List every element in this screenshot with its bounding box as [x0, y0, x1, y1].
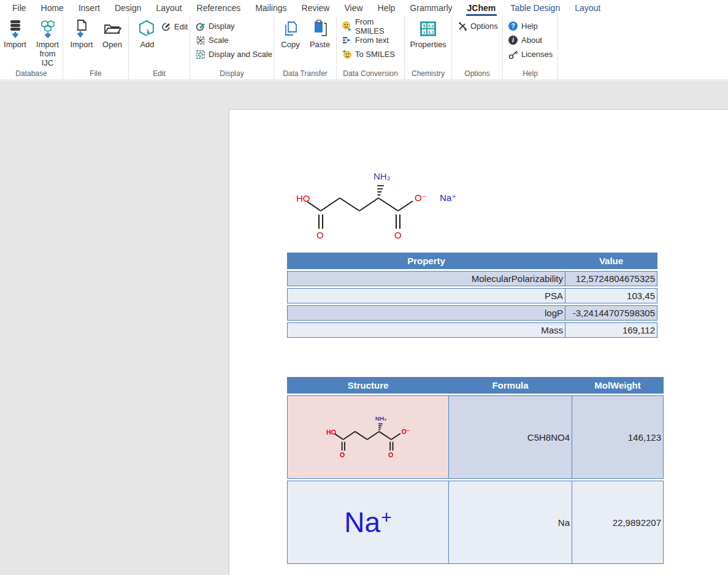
about-info-icon: i	[508, 35, 518, 45]
from-text-label: From text	[355, 36, 389, 45]
table-row[interactable]: logP -3,24144707598305	[287, 305, 657, 321]
import-from-ijc-button[interactable]: Import from IJC	[33, 20, 63, 67]
property-cell[interactable]: MolecularPolarizability	[287, 271, 565, 286]
structure-cell-sodium[interactable]: Na+	[287, 481, 449, 564]
text-lines-arrow-icon	[342, 35, 352, 45]
formula-cell[interactable]: C5H8NO4	[449, 395, 572, 479]
molweight-cell[interactable]: 146,123	[572, 395, 664, 479]
database-import-icon	[6, 20, 25, 38]
value-cell[interactable]: -3,24144707598305	[565, 305, 657, 321]
structure-table[interactable]: Structure Formula MolWeight	[287, 375, 664, 566]
group-label-options: Options	[452, 69, 502, 78]
file-import-icon	[72, 20, 91, 38]
help-button[interactable]: ? Help	[508, 21, 557, 31]
glutamate-structure-small: HO O O O⁻ NH₂	[323, 413, 413, 460]
word-window: File Home Insert Design Layout Reference…	[0, 0, 728, 575]
add-button[interactable]: Add	[134, 20, 161, 49]
ho-label-small: HO	[326, 428, 336, 435]
group-label-chemistry: Chemistry	[405, 69, 451, 78]
carboxylate-o-small: O⁻	[402, 427, 410, 435]
formula-cell[interactable]: Na	[449, 481, 572, 564]
value-cell[interactable]: 103,45	[565, 288, 657, 303]
ribbon-group-options: Options Options	[452, 16, 503, 80]
carbonyl-o-right-small: O	[388, 451, 393, 459]
tab-insert[interactable]: Insert	[71, 1, 107, 16]
edit-button[interactable]: Edit	[161, 21, 188, 32]
jchem-ribbon: Import Import from IJC Database	[0, 16, 728, 80]
arrow-smiley-icon	[342, 49, 352, 59]
copy-button[interactable]: Copy	[277, 20, 304, 49]
table-row[interactable]: HO O O O⁻ NH₂ C5H8NO4 146,123	[287, 395, 664, 479]
group-label-file: File	[63, 69, 128, 78]
display-button[interactable]: Display	[195, 21, 274, 31]
value-cell[interactable]: 12,5724804675325	[565, 271, 657, 286]
property-cell[interactable]: PSA	[287, 288, 565, 303]
table-row[interactable]: PSA 103,45	[287, 288, 657, 303]
ijc-hexagons-icon	[39, 20, 57, 38]
database-import-button[interactable]: Import	[0, 20, 30, 67]
open-button[interactable]: Open	[99, 20, 125, 49]
about-button[interactable]: i About	[508, 35, 557, 45]
properties-button[interactable]: 8 0.4 x 3.1 Properties	[408, 20, 448, 49]
tab-review[interactable]: Review	[294, 1, 337, 16]
group-label-help: Help	[503, 69, 557, 78]
to-smiles-button[interactable]: To SMILES	[342, 49, 404, 59]
tab-file[interactable]: File	[5, 1, 34, 16]
from-text-button[interactable]: From text	[342, 35, 404, 45]
tab-references[interactable]: References	[190, 1, 248, 16]
tab-table-design[interactable]: Table Design	[503, 1, 567, 16]
open-label: Open	[102, 40, 122, 49]
glutamate-sodium-structure[interactable]: HO O O O⁻ NH₂ Na⁺	[283, 166, 467, 246]
scale-label: Scale	[209, 36, 229, 45]
paste-label: Paste	[310, 40, 330, 49]
database-import-label: Import	[4, 40, 26, 49]
tab-home[interactable]: Home	[34, 1, 71, 16]
properties-grid-icon: 8 0.4 x 3.1	[419, 20, 437, 38]
amine-label: NH₂	[374, 171, 391, 181]
table-row[interactable]: Mass 169,112	[287, 322, 657, 338]
tab-mailings[interactable]: Mailings	[248, 1, 294, 16]
carboxylate-o-label: O⁻	[415, 192, 427, 203]
file-import-button[interactable]: Import	[66, 20, 97, 49]
table-row[interactable]: Na+ Na 22,9892207	[287, 481, 664, 564]
licenses-label: Licenses	[521, 50, 553, 59]
paste-button[interactable]: Paste	[307, 20, 334, 49]
ribbon-group-database: Import Import from IJC Database	[0, 16, 63, 80]
display-label: Display	[209, 21, 235, 31]
properties-cell-x: x	[421, 29, 427, 35]
property-value-table[interactable]: Property Value MolecularPolarizability 1…	[287, 251, 657, 340]
options-button[interactable]: Options	[457, 21, 502, 31]
word-page[interactable]: HO O O O⁻ NH₂ Na⁺ Property Value Molecul…	[229, 109, 728, 575]
group-label-data-conversion: Data Conversion	[337, 69, 404, 78]
value-cell[interactable]: 169,112	[565, 322, 657, 338]
licenses-button[interactable]: Licenses	[508, 49, 557, 59]
paste-icon	[311, 20, 329, 38]
group-label-edit: Edit	[129, 69, 190, 78]
molweight-cell[interactable]: 22,9892207	[572, 481, 664, 564]
smiley-arrow-icon	[342, 21, 352, 31]
copy-icon	[282, 20, 300, 38]
tab-layout-contextual[interactable]: Layout	[567, 1, 608, 16]
document-canvas[interactable]: HO O O O⁻ NH₂ Na⁺ Property Value Molecul…	[0, 81, 728, 575]
help-question-icon: ?	[508, 21, 518, 31]
tab-help[interactable]: Help	[370, 1, 403, 16]
options-label: Options	[470, 21, 498, 31]
tab-view[interactable]: View	[337, 1, 370, 16]
property-cell[interactable]: logP	[287, 305, 565, 321]
table-row[interactable]: MolecularPolarizability 12,5724804675325	[287, 271, 657, 286]
display-and-scale-button[interactable]: Display and Scale	[195, 49, 274, 59]
ribbon-group-data-transfer: Copy Paste Data Transfer	[274, 16, 337, 80]
tab-design[interactable]: Design	[107, 1, 149, 16]
from-smiles-button[interactable]: From SMILES	[342, 21, 404, 31]
tab-layout[interactable]: Layout	[149, 1, 190, 16]
display-icon	[195, 21, 205, 31]
tab-grammarly[interactable]: Grammarly	[402, 1, 459, 16]
structure-cell-glutamate[interactable]: HO O O O⁻ NH₂	[287, 395, 449, 479]
property-cell[interactable]: Mass	[287, 322, 565, 338]
tab-jchem[interactable]: JChem	[460, 1, 504, 16]
about-label: About	[521, 36, 542, 45]
properties-cell-04: 0.4	[427, 23, 435, 29]
hashed-wedge-bond	[377, 186, 384, 195]
scale-button[interactable]: Scale	[195, 35, 274, 45]
formula-header: Formula	[449, 377, 572, 394]
